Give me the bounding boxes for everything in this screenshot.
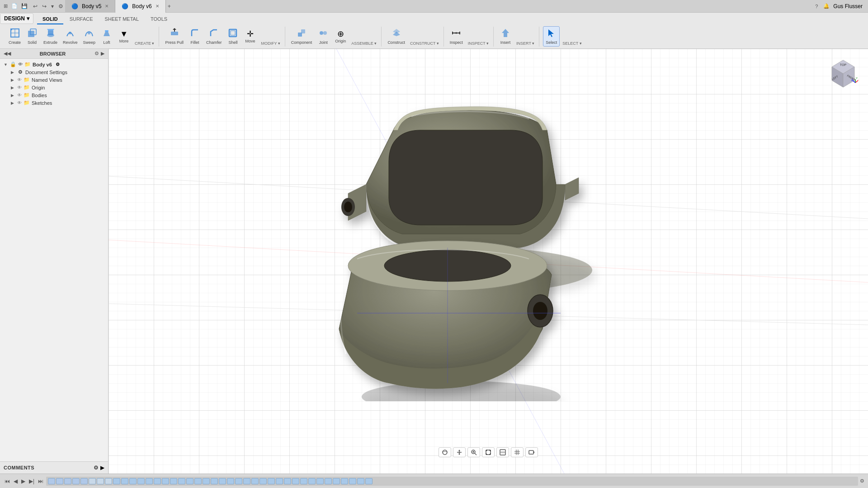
timeline-item[interactable] [341,478,348,484]
redo-button[interactable]: ↪ [40,2,48,10]
new-component-button[interactable]: Component [289,27,315,47]
undo-button[interactable]: ↩ [31,2,39,10]
timeline-item[interactable] [194,478,202,484]
timeline-item[interactable] [154,478,161,484]
tab-body-v5[interactable]: 🔵 Body v5 ✕ [65,0,115,13]
display-mode-button[interactable] [496,447,509,457]
timeline-item[interactable] [284,478,291,484]
tree-item-origin[interactable]: ▶ 👁 📁 Origin [7,84,108,91]
extrude-button[interactable]: Extrude [41,27,60,47]
collapse-browser-icon[interactable]: ◀◀ [4,51,11,56]
timeline-item[interactable] [365,478,373,484]
timeline-item[interactable] [268,478,275,484]
timeline-item[interactable] [113,478,120,484]
tab-surface[interactable]: SURFACE [64,14,99,24]
timeline-item[interactable] [178,478,185,484]
timeline-item[interactable] [137,478,145,484]
timeline-item[interactable] [243,478,250,484]
measure-button[interactable]: Inspect [448,27,465,47]
timeline-item[interactable] [89,478,96,484]
solid-button[interactable]: Solid [24,27,40,47]
timeline-item[interactable] [227,478,234,484]
timeline-item[interactable] [259,478,267,484]
timeline-item[interactable] [48,478,55,484]
timeline-item[interactable] [121,478,128,484]
tree-root[interactable]: ▼ 🔒 👁 📁 Body v6 ⚙ [0,61,108,68]
timeline-item[interactable] [357,478,364,484]
shell-button[interactable]: Shell [225,27,241,47]
joint-origin-button[interactable]: ⊕ Origin [332,27,349,47]
timeline-item[interactable] [105,478,112,484]
tab-solid[interactable]: SOLID [37,14,63,24]
timeline-item[interactable] [97,478,104,484]
new-tab-button[interactable]: + [166,0,173,13]
tab-v5-close[interactable]: ✕ [105,4,108,9]
pan-button[interactable] [453,447,466,457]
timeline-play-button[interactable]: ▶ [20,477,26,485]
orbit-button[interactable] [439,447,451,457]
camera-button[interactable] [525,447,538,457]
tree-item-named-views[interactable]: ▶ 👁 📁 Named Views [7,76,108,84]
loft-button[interactable]: Loft [99,27,115,47]
grid-icon[interactable]: ⊞ [3,2,9,10]
browser-expand-icon[interactable]: ▶ [101,51,104,56]
tree-item-document-settings[interactable]: ▶ ⚙ Document Settings [7,68,108,76]
settings-button[interactable]: ⚙ [57,2,65,10]
press-pull-button[interactable]: Press Pull [163,27,186,47]
design-button[interactable]: DESIGN ▾ [0,13,33,24]
timeline-settings-icon[interactable]: ⚙ [860,478,864,484]
tab-sheet-metal[interactable]: SHEET METAL [99,14,144,24]
timeline-item[interactable] [251,478,259,484]
timeline-item[interactable] [219,478,226,484]
timeline-item[interactable] [333,478,340,484]
sweep-button[interactable]: Sweep [81,27,98,47]
help-icon[interactable]: ? [813,3,820,9]
sketch-button[interactable]: Create [6,27,23,47]
timeline-item[interactable] [235,478,242,484]
save-icon[interactable]: 💾 [20,2,28,10]
timeline-item[interactable] [56,478,63,484]
timeline-item[interactable] [170,478,177,484]
timeline-item[interactable] [300,478,307,484]
timeline-item[interactable] [186,478,193,484]
timeline-item[interactable] [211,478,218,484]
grid-display-button[interactable] [511,447,524,457]
timeline-next-button[interactable]: ▶| [28,477,35,485]
timeline-item[interactable] [316,478,324,484]
file-icon[interactable]: 📄 [10,2,19,10]
timeline-item[interactable] [146,478,153,484]
timeline-prev-button[interactable]: ◀ [13,477,19,485]
tab-body-v6[interactable]: 🔵 Body v6 ✕ [115,0,165,13]
timeline-item[interactable] [349,478,356,484]
tab-tools[interactable]: TOOLS [145,14,173,24]
timeline-item[interactable] [80,478,88,484]
timeline-item[interactable] [276,478,283,484]
timeline-last-button[interactable]: ⏭ [37,477,44,485]
timeline-item[interactable] [292,478,299,484]
view-cube[interactable]: TOP LEFT FRONT X Y Z [827,58,859,89]
viewport[interactable]: TOP LEFT FRONT X Y Z [108,49,868,474]
revolve-button[interactable]: Revolve [61,27,80,47]
construct-button[interactable]: Construct [385,27,407,47]
comments-expand-icon[interactable]: ▶ [100,465,104,471]
tree-item-sketches[interactable]: ▶ 👁 📁 Sketches [7,99,108,107]
zoom-fit-button[interactable] [482,447,495,457]
timeline-item[interactable] [203,478,210,484]
joint-button[interactable]: Joint [315,27,331,47]
notification-icon[interactable]: 🔔 [823,3,830,9]
timeline-item[interactable] [129,478,137,484]
user-name[interactable]: Gus Flusser [833,3,863,9]
history-button[interactable]: ▾ [49,2,56,10]
browser-settings-icon[interactable]: ⚙ [94,51,99,56]
root-settings-icon[interactable]: ⚙ [56,62,60,67]
chamfer-button[interactable]: Chamfer [204,27,224,47]
timeline-item[interactable] [308,478,316,484]
create-more-button[interactable]: ▼ More [116,27,132,47]
insert-button[interactable]: Insert [497,27,514,47]
timeline-item[interactable] [325,478,332,484]
tab-v6-close[interactable]: ✕ [156,4,159,9]
move-button[interactable]: ✛ Move [242,27,258,47]
tree-item-bodies[interactable]: ▶ 👁 📁 Bodies [7,91,108,99]
timeline-item[interactable] [72,478,80,484]
timeline-first-button[interactable]: ⏮ [4,477,11,485]
